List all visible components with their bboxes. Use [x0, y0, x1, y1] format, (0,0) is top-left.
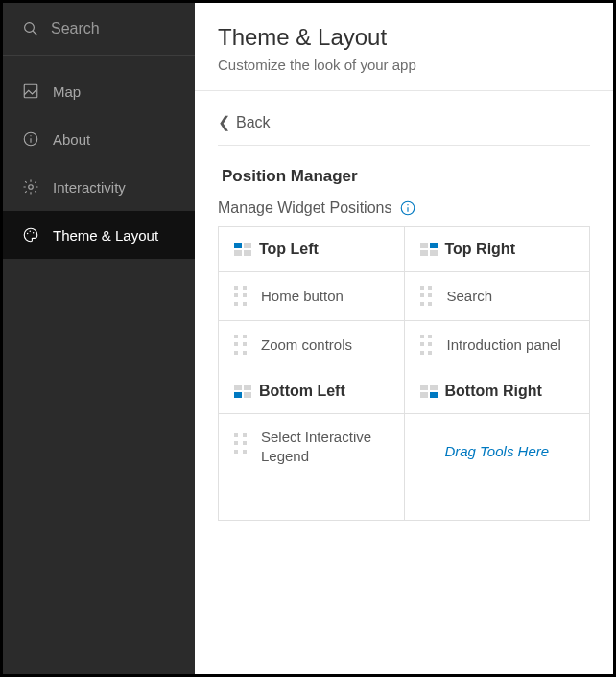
- page-subtitle: Customize the look of your app: [218, 57, 590, 73]
- svg-point-9: [33, 232, 35, 234]
- section-subtitle: Manage Widget Positions: [218, 199, 391, 217]
- svg-point-12: [408, 204, 409, 205]
- page-header: Theme & Layout Customize the look of you…: [195, 3, 613, 91]
- drag-handle-icon[interactable]: [234, 286, 248, 307]
- main-panel: Theme & Layout Customize the look of you…: [195, 3, 613, 674]
- widget-item-label: Select Interactive Legend: [261, 428, 389, 465]
- position-row-top: Top Left Home button Zoom controls: [219, 227, 589, 369]
- quadrant-header: Top Left: [219, 227, 404, 272]
- widget-item-search[interactable]: Search: [405, 272, 590, 321]
- chevron-left-icon: ❮: [218, 115, 230, 130]
- sidebar-item-label: Interactivity: [53, 179, 126, 196]
- sidebar-item-map[interactable]: Map: [3, 67, 195, 115]
- quadrant-items[interactable]: Drag Tools Here: [405, 414, 590, 520]
- quadrant-top-left: Top Left Home button Zoom controls: [219, 227, 405, 369]
- quadrant-indicator-icon: [234, 385, 251, 398]
- position-grid: Top Left Home button Zoom controls: [218, 226, 590, 521]
- sidebar-item-label: Theme & Layout: [53, 227, 158, 244]
- drop-zone[interactable]: Drag Tools Here: [405, 414, 590, 488]
- search-icon: [22, 20, 39, 37]
- drag-handle-icon[interactable]: [420, 286, 434, 307]
- widget-item-introduction-panel[interactable]: Introduction panel: [405, 321, 590, 369]
- quadrant-header: Bottom Left: [219, 369, 404, 414]
- position-manager-section: Position Manager Manage Widget Positions…: [218, 146, 590, 521]
- drag-handle-icon[interactable]: [420, 335, 434, 356]
- sidebar-item-interactivity[interactable]: Interactivity: [3, 163, 195, 211]
- quadrant-label: Bottom Right: [445, 383, 542, 400]
- widget-item-select-interactive-legend[interactable]: Select Interactive Legend: [219, 414, 404, 520]
- map-icon: [22, 82, 39, 100]
- quadrant-indicator-icon: [234, 243, 251, 256]
- back-label: Back: [236, 114, 271, 131]
- gear-icon: [22, 178, 39, 196]
- svg-point-5: [30, 135, 31, 136]
- sidebar-item-theme-layout[interactable]: Theme & Layout: [3, 211, 195, 259]
- position-row-bottom: Bottom Left Select Interactive Legend: [219, 369, 589, 520]
- svg-line-1: [33, 31, 37, 35]
- widget-item-home-button[interactable]: Home button: [219, 272, 404, 321]
- content: ❮ Back Position Manager Manage Widget Po…: [195, 91, 613, 544]
- svg-point-0: [25, 23, 35, 33]
- quadrant-top-right: Top Right Search Introduction panel: [405, 227, 590, 369]
- quadrant-bottom-right: Bottom Right Drag Tools Here: [405, 369, 590, 520]
- search-input[interactable]: [51, 20, 176, 37]
- widget-item-label: Home button: [261, 287, 389, 306]
- drag-handle-icon[interactable]: [234, 335, 248, 356]
- quadrant-label: Top Left: [259, 241, 319, 258]
- sidebar-search[interactable]: [3, 3, 195, 56]
- quadrant-label: Bottom Left: [259, 383, 345, 400]
- back-button[interactable]: ❮ Back: [218, 108, 590, 146]
- widget-item-label: Search: [447, 287, 575, 306]
- sidebar-item-about[interactable]: About: [3, 115, 195, 163]
- app-root: Map About Interactivity Theme & Layout: [0, 0, 616, 677]
- quadrant-items: Home button Zoom controls: [219, 272, 404, 369]
- quadrant-bottom-left: Bottom Left Select Interactive Legend: [219, 369, 405, 520]
- quadrant-indicator-icon: [420, 385, 438, 398]
- sidebar-item-label: Map: [53, 83, 81, 100]
- quadrant-indicator-icon: [420, 243, 438, 256]
- quadrant-header: Top Right: [405, 227, 590, 272]
- section-subtitle-row: Manage Widget Positions: [218, 199, 590, 217]
- sidebar-nav: Map About Interactivity Theme & Layout: [3, 56, 195, 259]
- palette-icon: [22, 226, 39, 244]
- widget-item-label: Introduction panel: [447, 336, 575, 355]
- page-title: Theme & Layout: [218, 24, 590, 51]
- widget-item-zoom-controls[interactable]: Zoom controls: [219, 321, 404, 369]
- sidebar-item-label: About: [53, 131, 90, 148]
- svg-point-6: [29, 185, 34, 190]
- sidebar: Map About Interactivity Theme & Layout: [3, 3, 195, 674]
- svg-point-7: [27, 233, 29, 235]
- quadrant-items: Select Interactive Legend: [219, 414, 404, 520]
- svg-point-8: [30, 231, 32, 233]
- quadrant-label: Top Right: [445, 241, 515, 258]
- drag-handle-icon[interactable]: [234, 433, 248, 455]
- widget-item-label: Zoom controls: [261, 336, 389, 355]
- quadrant-items: Search Introduction panel: [405, 272, 590, 369]
- section-title: Position Manager: [218, 167, 590, 186]
- quadrant-header: Bottom Right: [405, 369, 590, 414]
- help-icon[interactable]: [399, 199, 416, 217]
- info-icon: [22, 130, 39, 148]
